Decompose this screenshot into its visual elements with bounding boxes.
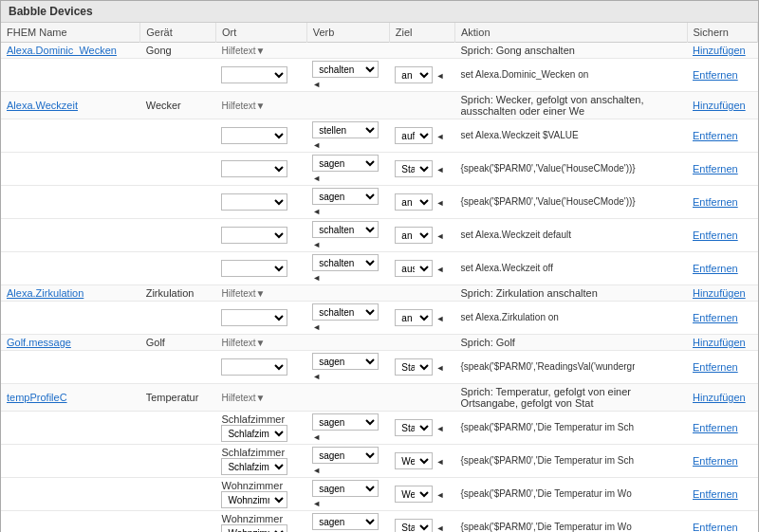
hinzufuegen-button[interactable]: Hinzufügen <box>693 337 746 348</box>
ziel-select[interactable]: Status <box>395 160 433 177</box>
verb-select[interactable]: schalten <box>312 221 379 238</box>
fhem-name-link[interactable]: Alexa.Dominic_Wecken <box>7 45 117 56</box>
entfernen-button[interactable]: Entfernen <box>693 422 738 433</box>
entfernen-button[interactable]: Entfernen <box>693 361 738 373</box>
entfernen-button[interactable]: Entfernen <box>693 163 738 174</box>
ziel-value: Wert ◄ <box>389 478 454 511</box>
verb-select[interactable]: sagen <box>312 513 379 530</box>
ziel-select[interactable]: aus <box>395 260 433 277</box>
ziel-select[interactable]: Status <box>395 519 433 532</box>
hilfe-text-value: Sprich: Wecker, gefolgt von anschalten, … <box>460 94 643 117</box>
geraet-empty <box>140 412 216 445</box>
fhem-name-link[interactable]: Alexa.Zirkulation <box>7 287 83 299</box>
table-header: FHEM Name Gerät Ort Verb Ziel Aktion Sic… <box>1 23 758 43</box>
entfernen-button[interactable]: Entfernen <box>693 522 738 532</box>
ziel-select[interactable]: an <box>395 309 433 326</box>
verb-value: sagen ◄ <box>306 351 389 384</box>
table-row: schalten ◄ aus ◄ set Alexa.Weckzeit off … <box>1 252 758 285</box>
ort-select[interactable]: Schlafzimmer <box>221 425 287 442</box>
ziel-select[interactable]: Wert <box>395 486 433 503</box>
ziel-arrow: ◄ <box>435 363 444 373</box>
sichern-add-cell: Hinzufügen <box>687 384 757 412</box>
geraet-empty <box>140 119 216 153</box>
ziel-value: auf ◄ <box>389 119 454 153</box>
fhem-empty <box>1 412 140 445</box>
table-row: stellen ◄ auf ◄ set Alexa.Weckzeit $VALU… <box>1 119 758 153</box>
fhem-empty <box>1 153 140 186</box>
fhem-empty <box>1 59 140 92</box>
aktion-text: {speak('$PARM0','Die Temperatur im Wo <box>460 522 631 532</box>
ort-select[interactable]: Wohnzimmer <box>221 491 287 508</box>
entfernen-button[interactable]: Entfernen <box>693 312 738 323</box>
ziel-select[interactable]: Status <box>395 358 433 376</box>
hilfe-content: Sprich: Zirkulation anschalten <box>454 285 687 302</box>
verb-select[interactable]: sagen <box>312 480 379 497</box>
device-header-row: Alexa.Zirkulation Zirkulation Hilfetext▼… <box>1 285 758 302</box>
fhem-name-cell: tempProfileC <box>1 384 140 412</box>
entfernen-button[interactable]: Entfernen <box>693 69 738 81</box>
fhem-name-link[interactable]: tempProfileC <box>7 392 67 403</box>
verb-value: schalten ◄ <box>306 59 389 92</box>
entfernen-button[interactable]: Entfernen <box>693 488 738 500</box>
ort-cell: Hilfetext▼ <box>215 285 306 302</box>
aktion-text: set Alexa.Weckzeit off <box>460 263 552 273</box>
ort-select[interactable] <box>221 358 287 376</box>
fhem-name-link[interactable]: Alexa.Weckzeit <box>7 100 78 111</box>
verb-select[interactable]: schalten <box>312 61 379 78</box>
aktion-value: set Alexa.Weckzeit $VALUE <box>454 119 687 153</box>
ort-value <box>215 252 306 285</box>
ort-select[interactable] <box>221 309 287 326</box>
ort-select[interactable] <box>221 227 287 244</box>
table-row: Wohnzimmer Wohnzimmer sagen ◄ Status ◄ {… <box>1 511 758 533</box>
entfernen-button[interactable]: Entfernen <box>693 196 738 208</box>
ort-select[interactable] <box>221 260 287 277</box>
verb-select[interactable]: stellen <box>312 121 379 138</box>
ziel-cell <box>389 285 454 302</box>
hilfe-label: Hilfetext▼ <box>221 393 265 403</box>
verb-value: schalten ◄ <box>306 302 389 335</box>
verb-select[interactable]: schalten <box>312 254 379 271</box>
ort-select[interactable]: Schlafzimmer <box>221 458 287 475</box>
ort-select[interactable] <box>221 66 287 83</box>
aktion-value: {speak('$PARM0','ReadingsVal('wundergr <box>454 351 687 384</box>
hinzufuegen-button[interactable]: Hinzufügen <box>693 392 746 403</box>
geraet-empty <box>140 351 216 384</box>
entfernen-button[interactable]: Entfernen <box>693 229 738 241</box>
ort-value: Wohnzimmer Wohnzimmer <box>215 478 306 511</box>
hinzufuegen-button[interactable]: Hinzufügen <box>693 287 746 299</box>
ziel-select[interactable]: Wert <box>395 452 433 469</box>
ziel-arrow: ◄ <box>435 457 444 467</box>
ort-select[interactable]: Wohnzimmer <box>221 524 287 532</box>
fhem-name-cell: Alexa.Zirkulation <box>1 285 140 302</box>
verb-select[interactable]: sagen <box>312 353 379 370</box>
ort-text: Schlafzimmer <box>221 413 285 425</box>
ziel-select[interactable]: an <box>395 193 433 211</box>
verb-select[interactable]: sagen <box>312 155 379 172</box>
ziel-select[interactable]: an <box>395 66 433 83</box>
entfernen-button[interactable]: Entfernen <box>693 130 738 141</box>
verb-cell <box>306 384 389 412</box>
geraet-empty <box>140 445 216 478</box>
ort-select[interactable] <box>221 193 287 211</box>
ziel-select[interactable]: an <box>395 227 433 244</box>
sichern-remove-cell: Entfernen <box>687 186 757 219</box>
verb-select[interactable]: sagen <box>312 447 379 464</box>
entfernen-button[interactable]: Entfernen <box>693 455 738 467</box>
ort-value: Schlafzimmer Schlafzimmer <box>215 412 306 445</box>
verb-select[interactable]: schalten <box>312 303 379 321</box>
ort-select[interactable] <box>221 160 287 177</box>
fhem-name-link[interactable]: Golf.message <box>7 337 71 348</box>
ziel-select[interactable]: auf <box>395 127 433 144</box>
hinzufuegen-button[interactable]: Hinzufügen <box>693 100 746 111</box>
hilfe-label: Hilfetext▼ <box>221 101 265 111</box>
hinzufuegen-button[interactable]: Hinzufügen <box>693 45 746 56</box>
aktion-value: {speak('$PARM0','Die Temperatur im Wo <box>454 511 687 533</box>
verb-arrow: ◄ <box>312 322 321 332</box>
ort-select[interactable] <box>221 127 287 144</box>
ziel-select[interactable]: Status <box>395 419 433 436</box>
aktion-text: set Alexa.Weckzeit $VALUE <box>460 130 578 140</box>
verb-select[interactable]: sagen <box>312 188 379 205</box>
entfernen-button[interactable]: Entfernen <box>693 263 738 274</box>
verb-select[interactable]: sagen <box>312 413 379 431</box>
sichern-remove-cell: Entfernen <box>687 412 757 445</box>
